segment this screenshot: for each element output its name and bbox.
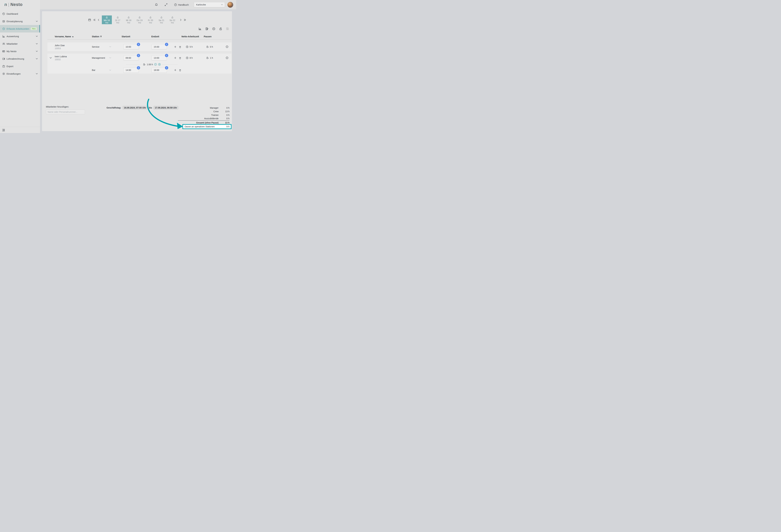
recorded-by-employee-badge[interactable] <box>165 66 168 70</box>
delete-entry-button[interactable] <box>179 57 181 59</box>
prev-week-button[interactable] <box>93 19 95 21</box>
topbar: Handbuch Karlsruhe <box>40 0 236 9</box>
euro-costs-button[interactable] <box>212 27 215 31</box>
unlock-day-button[interactable] <box>219 27 222 31</box>
user-avatar[interactable] <box>228 2 233 8</box>
location-select[interactable]: Karlsruhe <box>194 2 225 7</box>
start-time-cell <box>118 66 144 74</box>
sidebar-item-label: Erfasste Arbeitszeiten <box>7 28 29 30</box>
day-tab-fr-20[interactable]: Fr 20 Sep <box>146 15 156 24</box>
notifications-bell-button[interactable] <box>155 3 158 6</box>
recorded-by-employee-badge[interactable] <box>165 43 168 46</box>
business-day-to-chip[interactable]: 17.09.2024, 06:59 Uhr <box>153 106 178 110</box>
start-time-input[interactable] <box>124 46 138 48</box>
fullscreen-button[interactable] <box>164 3 168 6</box>
start-time-input[interactable] <box>124 69 138 71</box>
handbuch-link[interactable]: Handbuch <box>174 3 189 7</box>
total-value: 0 h <box>218 106 230 109</box>
end-time-input[interactable] <box>152 69 167 71</box>
delete-entry-button[interactable] <box>179 69 181 71</box>
delete-entry-button[interactable] <box>179 46 181 48</box>
day-tab-sa-21[interactable]: Sa 21 Sep <box>157 15 166 24</box>
start-time-input[interactable] <box>124 57 138 59</box>
start-time-box <box>123 68 139 73</box>
total-label: Trainee <box>178 114 218 116</box>
comment-bubble-button[interactable] <box>225 56 229 59</box>
expand-row-cell <box>47 53 54 62</box>
employee-name-cell: Iven Lubina 10032 <box>54 53 90 62</box>
total-value: 0 h <box>218 114 230 116</box>
prev-day-button[interactable] <box>97 19 100 21</box>
day-label: Do 19 <box>137 19 142 21</box>
comment-bubble-button[interactable] <box>225 45 229 48</box>
recorded-by-employee-badge[interactable] <box>137 66 140 70</box>
day-tab-di-17[interactable]: Di 17 Sep <box>113 15 123 24</box>
logo-text: Nesto <box>10 2 23 7</box>
sidebar: n|Nesto Dashboard Einsatzplanung Erfasst… <box>0 0 40 133</box>
total-row-trainee: Trainee 0 h <box>178 113 230 117</box>
sidebar-item-erfasste-arbeitszeiten[interactable]: Erfasste Arbeitszeiten Neu <box>0 25 40 33</box>
column-header-label: Netto-Arbeitszeit <box>181 35 199 38</box>
expand-row-button[interactable] <box>49 57 52 59</box>
recorded-by-employee-badge[interactable] <box>137 54 140 57</box>
decrease-pause-button[interactable] <box>154 63 157 66</box>
station-select[interactable]: Bar <box>90 66 118 74</box>
pause-duration-value: 1:00 h <box>147 63 153 66</box>
increase-pause-button[interactable] <box>158 63 161 66</box>
sidebar-item-label: Lohnabrechnung <box>7 57 24 60</box>
chevron-down-icon <box>36 58 38 59</box>
add-entry-button[interactable] <box>174 57 176 59</box>
calendar-picker-button[interactable] <box>88 18 91 21</box>
operative-stations-value: 9 h <box>227 125 231 128</box>
total-value: 0 h <box>218 117 230 120</box>
end-time-input[interactable] <box>152 57 167 59</box>
add-employee-input[interactable] <box>46 109 85 114</box>
export-icon <box>2 65 5 68</box>
start-time-cell <box>118 42 144 51</box>
station-value: Bar <box>92 69 95 71</box>
sidebar-item-lohnabrechnung[interactable]: Lohnabrechnung <box>0 55 40 62</box>
column-header-endzeit: Endzeit <box>140 35 170 38</box>
sidebar-item-my-nesto[interactable]: My Nesto <box>0 47 40 55</box>
sidebar-item-export[interactable]: Export <box>0 62 40 70</box>
statistics-button[interactable] <box>198 27 202 31</box>
recorded-by-employee-badge[interactable] <box>165 54 168 57</box>
day-tab-so-22[interactable]: So 22 Sep <box>167 15 177 24</box>
table-header: Vorname, Name Station Startzeit Endzeit … <box>47 34 232 40</box>
person-icon <box>137 54 139 56</box>
save-button-disabled <box>226 27 229 31</box>
add-entry-button[interactable] <box>174 46 176 48</box>
business-day-from-chip[interactable]: 16.09.2024, 07:00 Uhr <box>122 106 148 110</box>
edit-protocol-button[interactable] <box>205 27 209 31</box>
column-header-name[interactable]: Vorname, Name <box>54 35 90 38</box>
comment-cell <box>225 53 232 62</box>
day-tab-do-19[interactable]: Do 19 Sep <box>135 15 145 24</box>
next-week-button[interactable] <box>184 19 186 21</box>
collapse-sidebar-button[interactable] <box>2 129 5 132</box>
day-tab-mi-18[interactable]: Mi 18 Sep <box>124 15 134 24</box>
person-icon <box>166 43 168 45</box>
sidebar-item-mitarbeiter[interactable]: Mitarbeiter <box>0 40 40 47</box>
recorded-by-employee-badge[interactable] <box>137 43 140 46</box>
end-time-input[interactable] <box>152 46 167 48</box>
logo-n: n <box>4 2 7 7</box>
sidebar-item-dashboard[interactable]: Dashboard <box>0 10 40 17</box>
next-day-button[interactable] <box>179 19 182 21</box>
station-select[interactable]: Service <box>90 42 118 51</box>
table-row-iven-lubina: Iven Lubina 10032 Management 8 h <box>47 53 232 74</box>
add-entry-button[interactable] <box>174 69 176 71</box>
main-panel: Mo 16 Sep Di 17 Sep Mi 18 Sep Do 19 Sep … <box>42 11 232 131</box>
day-label: Sa 21 <box>159 19 164 21</box>
add-employee-label: Mitarbeiter hinzufügen: <box>46 105 85 108</box>
unlocked-padlock-icon <box>117 16 119 18</box>
unlocked-padlock-icon <box>171 16 173 18</box>
column-header-label: Endzeit <box>151 35 159 38</box>
station-select[interactable]: Management <box>90 53 118 62</box>
day-tab-mo-16[interactable]: Mo 16 Sep <box>102 15 112 24</box>
sidebar-item-einstellungen[interactable]: Einstellungen <box>0 70 40 78</box>
row-actions <box>174 53 186 62</box>
sidebar-item-auswertung[interactable]: Auswertung <box>0 33 40 40</box>
coffee-cup-icon <box>206 45 209 48</box>
operative-stations-highlight: Davon an operativen Stationen 9 h <box>182 124 232 129</box>
sidebar-item-einsatzplanung[interactable]: Einsatzplanung <box>0 17 40 25</box>
